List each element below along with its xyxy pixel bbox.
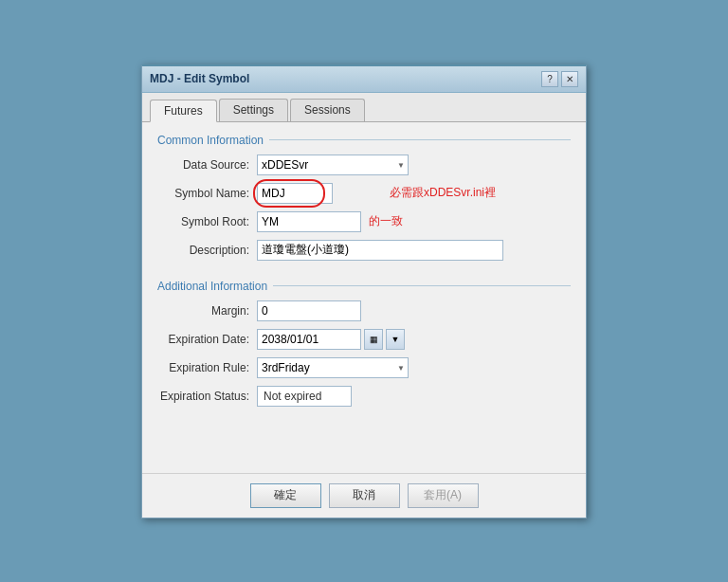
description-input[interactable] <box>257 240 503 261</box>
expiration-date-label: Expiration Date: <box>157 333 257 346</box>
data-source-control: xDDESvr <box>257 155 409 175</box>
close-button[interactable]: ✕ <box>561 71 578 87</box>
confirm-button[interactable]: 確定 <box>250 483 321 508</box>
symbol-root-label: Symbol Root: <box>157 215 257 228</box>
tab-content: Common Information Data Source: xDDESvr … <box>142 122 586 473</box>
symbol-name-annotation: 必需跟xDDESvr.ini裡 <box>390 185 496 201</box>
footer: 確定 取消 套用(A) <box>142 473 586 518</box>
expiration-status-row: Expiration Status: Not expired <box>157 386 571 407</box>
description-row: Description: <box>157 240 571 261</box>
expiration-date-input[interactable] <box>257 329 361 350</box>
expiration-status-label: Expiration Status: <box>157 390 257 403</box>
symbol-name-input[interactable] <box>257 183 333 204</box>
data-source-row: Data Source: xDDESvr <box>157 155 571 175</box>
main-window: MDJ - Edit Symbol ? ✕ Futures Settings S… <box>141 64 587 518</box>
expiration-rule-select[interactable]: 3rdFriday LastFriday LastDay <box>257 357 409 378</box>
common-information-section: Common Information <box>157 134 571 147</box>
calendar-dropdown-button[interactable]: ▼ <box>386 329 405 350</box>
tab-bar: Futures Settings Sessions <box>142 93 586 122</box>
description-label: Description: <box>157 244 257 257</box>
symbol-name-row: Symbol Name: 必需跟xDDESvr.ini裡 <box>157 183 571 204</box>
symbol-name-label: Symbol Name: <box>157 187 257 200</box>
data-source-label: Data Source: <box>157 158 257 172</box>
symbol-root-input[interactable] <box>257 211 361 232</box>
tab-sessions[interactable]: Sessions <box>290 99 365 121</box>
margin-input[interactable] <box>257 300 361 321</box>
window-title: MDJ - Edit Symbol <box>150 72 249 85</box>
symbol-name-wrapper <box>257 183 333 204</box>
expiration-rule-select-wrapper: 3rdFriday LastFriday LastDay <box>257 357 409 378</box>
cancel-button[interactable]: 取消 <box>329 483 400 508</box>
data-source-select-wrapper: xDDESvr <box>257 155 409 175</box>
margin-label: Margin: <box>157 304 257 318</box>
common-information-label: Common Information <box>157 134 264 147</box>
calendar-button[interactable]: ▦ <box>364 329 383 350</box>
expiration-rule-label: Expiration Rule: <box>157 361 257 374</box>
help-button[interactable]: ? <box>541 71 558 87</box>
title-bar-buttons: ? ✕ <box>541 71 578 87</box>
tab-settings[interactable]: Settings <box>219 99 288 121</box>
expiration-rule-row: Expiration Rule: 3rdFriday LastFriday La… <box>157 357 571 378</box>
data-source-select[interactable]: xDDESvr <box>257 155 409 175</box>
additional-information-label: Additional Information <box>157 280 267 293</box>
apply-button[interactable]: 套用(A) <box>408 483 479 508</box>
symbol-root-row: Symbol Root: 的一致 <box>157 211 571 232</box>
expiration-status-value: Not expired <box>257 386 352 407</box>
tab-futures[interactable]: Futures <box>150 100 217 122</box>
expiration-date-row: Expiration Date: ▦ ▼ <box>157 329 571 350</box>
symbol-root-annotation: 的一致 <box>369 213 403 229</box>
expiration-date-control: ▦ ▼ <box>257 329 405 350</box>
title-bar: MDJ - Edit Symbol ? ✕ <box>142 66 586 93</box>
additional-information-section: Additional Information <box>157 280 571 293</box>
margin-row: Margin: <box>157 300 571 321</box>
